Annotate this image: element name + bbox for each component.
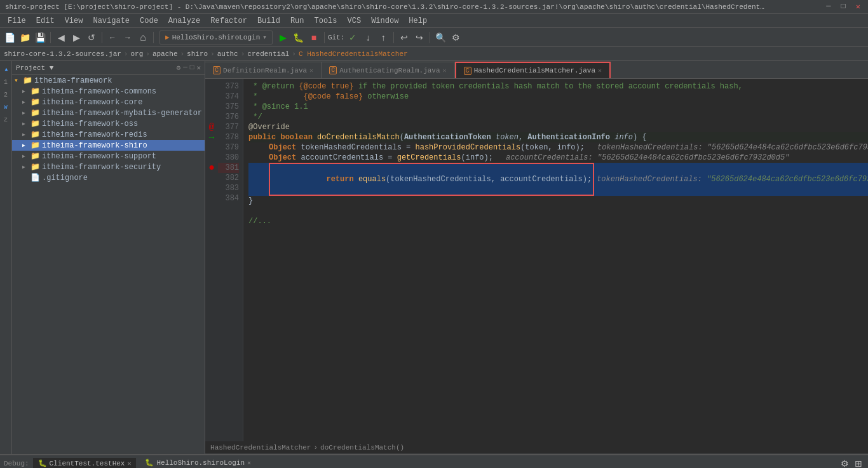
minimize-button[interactable]: ─ [824, 2, 833, 11]
run-config-dropdown[interactable]: ▾ [262, 33, 267, 41]
tab-hashed[interactable]: C HashedCredentialsMatcher.java ✕ [455, 62, 611, 78]
left-icon-web[interactable]: W [0, 102, 11, 113]
toolbar-sep-2 [102, 32, 102, 43]
menu-refactor[interactable]: Refactor [205, 15, 252, 27]
menu-view[interactable]: View [60, 15, 88, 27]
menu-analyze[interactable]: Analyze [163, 15, 205, 27]
debug-layout[interactable]: ⊞ [853, 458, 864, 469]
nav-home[interactable]: ⌂ [136, 31, 150, 45]
undo-button[interactable]: ↩ [397, 31, 411, 45]
project-panel: Project ▼ ⚙ ─ □ ✕ ▼ 📁 itheima-framework … [12, 61, 205, 454]
tree-oss-label: itheima-framework-oss [42, 120, 138, 128]
nav-shiro[interactable]: shiro [187, 50, 208, 58]
redo-button[interactable]: ↪ [412, 31, 426, 45]
code-line-378: public boolean doCredentialsMatch(Authen… [248, 132, 868, 142]
left-icon-2[interactable]: 2 [0, 89, 11, 100]
nav-authc[interactable]: authc [217, 50, 238, 58]
project-header: Project ▼ ⚙ ─ □ ✕ [12, 61, 205, 75]
open-button[interactable]: 📁 [18, 31, 32, 45]
close-button[interactable]: ✕ [853, 2, 863, 11]
git-check[interactable]: ✓ [346, 31, 360, 45]
nav-forward[interactable]: → [121, 31, 135, 45]
left-icon-structure[interactable]: Z [0, 114, 11, 126]
debug-session-2[interactable]: 🐛 HelloShiro.shiroLogin ✕ [140, 457, 256, 468]
menu-vcs[interactable]: VCS [342, 15, 367, 27]
forward-button[interactable]: ▶ [69, 31, 83, 45]
tree-shiro[interactable]: ▶ 📁 itheima-framework-shiro [12, 140, 205, 151]
breadcrumb-class[interactable]: HashedCredentialsMatcher [210, 444, 311, 451]
tab-authenticating-label: AuthenticatingRealm.java [339, 67, 440, 74]
code-editor: @ → ● 373 374 375 376 377 378 379 380 38… [205, 79, 868, 441]
toolbar-sep-3 [153, 32, 154, 43]
nav-credential[interactable]: credential [247, 50, 289, 58]
code-line-376: */ [248, 112, 868, 122]
toolbar-sep-5 [393, 32, 394, 43]
project-header-icons: ⚙ ─ □ ✕ [177, 64, 201, 72]
tree-oss[interactable]: ▶ 📁 itheima-framework-oss [12, 118, 205, 129]
run-config: ▶ HelloShiro.shiroLogin ▾ [159, 31, 273, 45]
tab-hashed-close[interactable]: ✕ [598, 67, 602, 74]
refresh-button[interactable]: ↺ [85, 31, 98, 45]
project-hide-icon[interactable]: ─ [183, 64, 187, 72]
back-button[interactable]: ◀ [54, 31, 68, 45]
git-push[interactable]: ↑ [376, 31, 390, 45]
left-sidebar: ▶ 1 2 W Z [0, 61, 12, 454]
nav-org[interactable]: org [130, 50, 143, 58]
settings-button[interactable]: ⚙ [449, 31, 463, 45]
git-update[interactable]: ↓ [361, 31, 375, 45]
nav-jar[interactable]: shiro-core-1.3.2-sources.jar [4, 50, 121, 58]
debug-label: Debug: [4, 460, 29, 467]
code-line-377: @Override [248, 122, 868, 132]
tree-gitignore-label: .gitignore [42, 174, 88, 182]
menu-file[interactable]: File [3, 15, 31, 27]
tree-gitignore[interactable]: 📄 .gitignore [12, 172, 205, 183]
code-line-382: } [248, 196, 868, 206]
debug-settings[interactable]: ⚙ [839, 458, 850, 469]
annotation-marker: @ [209, 122, 214, 132]
tab-definition-close[interactable]: ✕ [309, 67, 313, 74]
tree-support[interactable]: ▶ 📁 itheima-framework-support [12, 151, 205, 162]
menu-edit[interactable]: Edit [31, 15, 60, 27]
menu-code[interactable]: Code [135, 15, 163, 27]
breadcrumb-method[interactable]: doCredentialsMatch() [320, 444, 404, 451]
tree-shiro-label: itheima-framework-shiro [42, 141, 147, 150]
tree-commons[interactable]: ▶ 📁 itheima-framework-commons [12, 86, 205, 97]
search-button[interactable]: 🔍 [433, 31, 447, 45]
run-button[interactable]: ▶ [276, 31, 290, 45]
nav-apache[interactable]: apache [153, 50, 178, 58]
maximize-button[interactable]: □ [839, 2, 848, 11]
tree-root[interactable]: ▼ 📁 itheima-framework [12, 75, 205, 86]
tree-core[interactable]: ▶ 📁 itheima-framework-core [12, 97, 205, 107]
project-tree: ▼ 📁 itheima-framework ▶ 📁 itheima-framew… [12, 75, 205, 454]
menu-build[interactable]: Build [252, 15, 285, 27]
tree-mybatis[interactable]: ▶ 📁 itheima-framework-mybatis-generator [12, 107, 205, 118]
menu-tools[interactable]: Tools [309, 15, 342, 27]
tree-root-label: itheima-framework [34, 76, 112, 85]
menu-navigate[interactable]: Navigate [88, 15, 135, 27]
tab-authenticating[interactable]: C AuthenticatingRealm.java ✕ [322, 62, 454, 78]
tree-security[interactable]: ▶ 📁 itheima-framrwork-security [12, 162, 205, 172]
debug-button[interactable]: 🐛 [292, 31, 306, 45]
nav-back[interactable]: ← [105, 31, 119, 45]
menu-run[interactable]: Run [285, 15, 309, 27]
project-expand-icon[interactable]: □ [190, 64, 194, 72]
tab-definition[interactable]: C DefinitionRealm.java ✕ [205, 62, 322, 78]
menu-help[interactable]: Help [403, 15, 432, 27]
code-line-375: * @since 1.1 [248, 102, 868, 112]
code-line-384: //... [248, 216, 868, 226]
new-button[interactable]: 📄 [3, 31, 17, 45]
left-icon-project[interactable]: 1 [0, 76, 11, 88]
menu-window[interactable]: Window [366, 15, 403, 27]
tab-authenticating-close[interactable]: ✕ [443, 67, 447, 74]
save-button[interactable]: 💾 [33, 31, 47, 45]
left-icon-1[interactable]: ▶ [0, 64, 11, 75]
project-gear-icon[interactable]: ⚙ [177, 64, 181, 72]
code-content[interactable]: * @return {@code true} if the provided t… [243, 79, 868, 441]
nav-class[interactable]: C HashedCredentialsMatcher [299, 50, 408, 58]
project-close-icon[interactable]: ✕ [196, 64, 201, 72]
debug-session-1[interactable]: 🐛 ClientTest.testHex ✕ [33, 458, 137, 468]
breakpoint-marker: ● [208, 163, 215, 173]
run-config-icon: ▶ [165, 33, 170, 41]
stop-button[interactable]: ■ [307, 31, 321, 45]
tree-redis[interactable]: ▶ 📁 itheima-framework-redis [12, 129, 205, 140]
